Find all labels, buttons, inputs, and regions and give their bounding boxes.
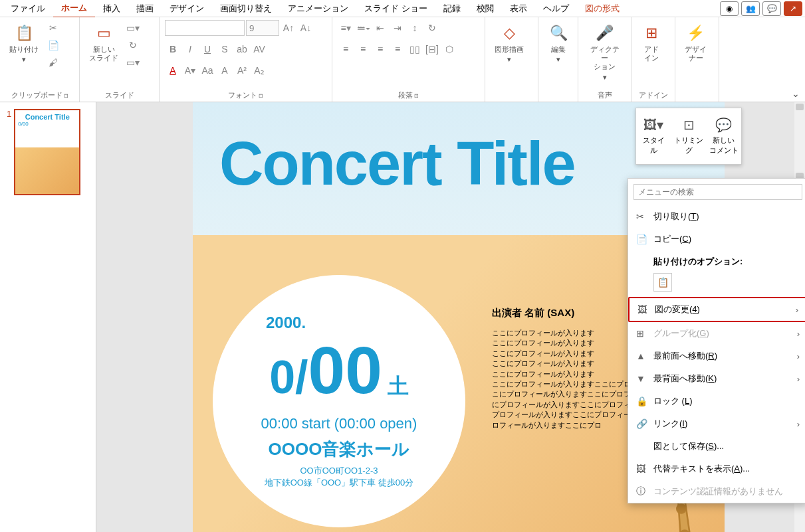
ctx-save-as-picture[interactable]: 図として保存(S)... — [628, 435, 805, 458]
editing-button[interactable]: 🔍 編集 ▾ — [544, 20, 573, 66]
menu-search-input[interactable] — [633, 184, 802, 200]
tab-picture-format[interactable]: 図の形式 — [577, 0, 628, 17]
addins-btn-label: アド イン — [644, 45, 659, 62]
bold-icon[interactable]: B — [165, 41, 181, 57]
shapes-button[interactable]: ◇ 図形描画 ▾ — [491, 20, 528, 66]
paste-label: 貼り付け — [9, 45, 39, 54]
subscript-icon[interactable]: A₂ — [251, 62, 267, 78]
tab-draw[interactable]: 描画 — [128, 0, 162, 17]
paste-button[interactable]: 📋 貼り付け ▾ — [5, 20, 43, 66]
indent-dec-icon[interactable]: ⇤ — [372, 20, 388, 36]
italic-icon[interactable]: I — [182, 41, 198, 57]
ribbon: 📋 貼り付け ▾ ✂ 📄 🖌 クリップボード⊡ ▭ 新しい スライド ▭▾ ↻ … — [0, 17, 805, 102]
justify-icon[interactable]: ≡ — [390, 41, 405, 57]
paste-option-picture-icon[interactable]: 📋 — [653, 273, 672, 292]
ctx-change-picture[interactable]: 🖼 図の変更(4) › — [628, 297, 805, 322]
shadow-icon[interactable]: ab — [234, 41, 250, 57]
tab-review[interactable]: 校閲 — [469, 0, 502, 17]
ctx-cut[interactable]: ✂ 切り取り(T) — [628, 205, 805, 228]
scrollbar-thumb[interactable] — [796, 104, 804, 110]
highlight-icon[interactable]: A▾ — [182, 62, 198, 78]
editing-label: 編集 — [551, 45, 566, 54]
indent-inc-icon[interactable]: ⇥ — [390, 20, 405, 36]
share-button-icon[interactable]: ↗ — [784, 1, 802, 16]
format-painter-icon[interactable]: 🖌 — [45, 54, 61, 70]
align-text-icon[interactable]: [⊟] — [424, 41, 440, 57]
comments-icon[interactable]: 💬 — [762, 1, 781, 16]
change-case-icon[interactable]: Aa — [199, 62, 215, 78]
tab-record[interactable]: 記録 — [435, 0, 469, 17]
tab-design[interactable]: デザイン — [162, 0, 212, 17]
tab-file[interactable]: ファイル — [3, 0, 53, 17]
dictation-button[interactable]: 🎤 ディクテー ション ▾ — [584, 20, 626, 84]
ribbon-collapse-icon[interactable]: ⌄ — [792, 88, 800, 99]
dropdown-icon: ▾ — [507, 55, 511, 64]
font-family-select[interactable] — [165, 20, 245, 36]
comment-icon: 💬 — [715, 117, 732, 133]
bring-front-icon: ▲ — [636, 351, 647, 361]
chevron-right-icon: › — [796, 305, 798, 315]
align-center-icon[interactable]: ≡ — [355, 41, 371, 57]
bullets-icon[interactable]: ≡▾ — [338, 20, 354, 36]
slide-thumbnail-1[interactable]: Concert Title 0/00 — [14, 109, 80, 195]
addins-button[interactable]: ⊞ アド イン — [637, 20, 666, 65]
find-icon: 🔍 — [548, 23, 569, 44]
increase-font-icon[interactable]: A↑ — [281, 20, 296, 36]
new-comment-button[interactable]: 💬 新しい コメント — [706, 108, 741, 164]
voice-group-label: 音声 — [598, 91, 612, 99]
align-right-icon[interactable]: ≡ — [372, 41, 388, 57]
crop-button[interactable]: ⊡ トリミング — [671, 108, 707, 164]
mic-icon: 🎤 — [594, 23, 616, 44]
text-direction-icon[interactable]: ↻ — [424, 20, 440, 36]
superscript-icon[interactable]: A² — [234, 62, 250, 78]
paragraph-group-label: 段落 — [398, 91, 413, 99]
addr1-text: OO市OO町OO1-2-3 — [265, 465, 414, 477]
font-size-select[interactable] — [246, 20, 279, 36]
ctx-alt-text[interactable]: 🖼 代替テキストを表示(A)... — [628, 458, 805, 480]
tab-slideshow[interactable]: スライド ショー — [356, 0, 435, 17]
underline-icon[interactable]: U — [199, 41, 215, 57]
numbering-icon[interactable]: ⩸▾ — [355, 20, 371, 36]
align-left-icon[interactable]: ≡ — [338, 41, 354, 57]
convert-smartart-icon[interactable]: ⬡ — [441, 41, 457, 57]
layout-icon[interactable]: ▭▾ — [125, 20, 141, 36]
chevron-right-icon: › — [797, 374, 800, 384]
strike-icon[interactable]: S — [217, 41, 233, 57]
copy-icon[interactable]: 📄 — [45, 37, 61, 53]
lock-icon: 🔒 — [636, 396, 647, 406]
columns-icon[interactable]: ▯▯ — [407, 41, 423, 57]
font-color-icon[interactable]: A — [165, 62, 181, 78]
char-spacing-icon[interactable]: AV — [251, 41, 267, 57]
ctx-copy[interactable]: 📄 コピー(C) — [628, 228, 805, 250]
ctx-lock[interactable]: 🔒 ロック (L) — [628, 390, 805, 412]
info-icon: ⓘ — [636, 486, 647, 497]
slides-group-label: スライド — [105, 91, 134, 99]
present-teams-icon[interactable]: 👥 — [741, 1, 760, 16]
tab-animation[interactable]: アニメーション — [280, 0, 356, 17]
tab-help[interactable]: ヘルプ — [535, 0, 577, 17]
drawing-label: 図形描画 — [495, 45, 524, 54]
dropdown-icon: ▾ — [22, 55, 26, 64]
performer-text[interactable]: 出演者 名前 (SAX) — [492, 307, 574, 319]
clear-format-icon[interactable]: A — [217, 62, 233, 78]
ctx-link[interactable]: 🔗 リンク(I) › — [628, 412, 805, 435]
new-slide-button[interactable]: ▭ 新しい スライド — [85, 20, 122, 65]
line-spacing-icon[interactable]: ↕ — [407, 20, 423, 36]
tab-home[interactable]: ホーム — [53, 0, 95, 18]
dropdown-icon: ▾ — [556, 55, 560, 64]
date-circle[interactable]: 2000. 0/ 00 土 00:00 start (00:00 open) O… — [213, 275, 465, 527]
section-icon[interactable]: ▭▾ — [125, 54, 141, 70]
reset-icon[interactable]: ↻ — [125, 37, 141, 53]
ctx-group: ⊞ グループ化(G) › — [628, 322, 805, 345]
record-button-icon[interactable]: ◉ — [720, 1, 739, 16]
designer-button[interactable]: ⚡ デザイ ナー — [681, 20, 711, 65]
tab-insert[interactable]: 挿入 — [95, 0, 128, 17]
ctx-send-back[interactable]: ▼ 最背面へ移動(K) › — [628, 367, 805, 390]
ctx-bring-front[interactable]: ▲ 最前面へ移動(R) › — [628, 345, 805, 367]
style-button[interactable]: 🖼▾ スタイ ル — [636, 108, 671, 164]
tab-view[interactable]: 表示 — [502, 0, 535, 17]
cut-icon[interactable]: ✂ — [45, 20, 61, 36]
decrease-font-icon[interactable]: A↓ — [298, 20, 314, 36]
tab-transition[interactable]: 画面切り替え — [212, 0, 280, 17]
new-slide-icon: ▭ — [93, 23, 114, 44]
